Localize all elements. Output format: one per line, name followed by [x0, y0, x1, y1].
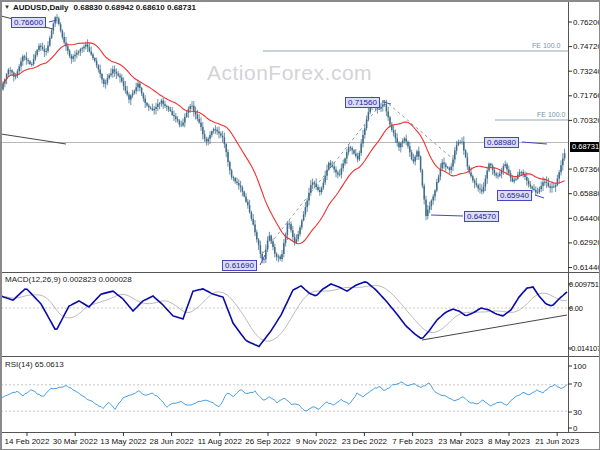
date-axis-label: 9 Nov 2022	[296, 437, 337, 446]
price-axis-label: 0.70320	[573, 116, 600, 125]
rsi-axis-label: 30	[573, 408, 582, 417]
price-annotation[interactable]: 0.64570	[464, 211, 499, 222]
date-axis-label: 14 Feb 2022	[5, 437, 50, 446]
price-annotation[interactable]: 0.76600	[11, 17, 46, 28]
date-axis-label: 8 May 2023	[488, 437, 530, 446]
date-axis-label: 21 Jun 2023	[535, 437, 579, 446]
price-axis-label: 0.71760	[573, 91, 600, 100]
date-axis-label: 28 Jun 2022	[150, 437, 194, 446]
macd-indicator-label: MACD(12,26,9) 0.002823 0.000028	[5, 275, 132, 284]
symbol-label: AUDUSD,Daily	[13, 3, 69, 12]
chart-dropdown-icon[interactable]: ▼	[4, 4, 10, 10]
chart-canvas	[1, 1, 600, 450]
price-axis-label: 0.73240	[573, 67, 600, 76]
date-axis-label: 7 Feb 2023	[392, 437, 432, 446]
price-axis-label: 0.64400	[573, 214, 600, 223]
current-price-badge: 0.68731	[570, 142, 600, 152]
price-axis-label: 0.74720	[573, 42, 600, 51]
rsi-line	[1, 382, 567, 411]
rsi-indicator-label: RSI(14) 65.0613	[5, 360, 64, 369]
chart-window: ActionForex.com ▼AUDUSD,Daily0.68830 0.6…	[0, 0, 600, 450]
macd-axis-label: 0.009751	[569, 280, 599, 289]
date-axis-label: 13 May 2022	[100, 437, 146, 446]
price-annotation[interactable]: 0.71560	[345, 97, 380, 108]
fib-extension-label: FE 100.0	[532, 42, 560, 50]
date-axis-label: 30 Mar 2022	[53, 437, 98, 446]
title-bar: ▼AUDUSD,Daily0.68830 0.68942 0.68610 0.6…	[4, 3, 196, 12]
price-annotation[interactable]: 0.61690	[222, 260, 257, 271]
price-axis-label: 0.76200	[573, 18, 600, 27]
panel-borders	[1, 1, 600, 450]
macd-signal-line	[1, 286, 567, 342]
rsi-axis-label: 100	[573, 362, 586, 371]
macd-main-line	[1, 282, 567, 347]
price-annotation[interactable]: 0.65940	[497, 190, 532, 201]
annotation-connector	[383, 102, 391, 104]
rsi-axis-label: 70	[573, 380, 582, 389]
price-annotation[interactable]: 0.68980	[484, 137, 519, 148]
window-frame	[2, 2, 600, 450]
annotation-connector	[431, 215, 463, 216]
macd-axis-label: -0.014107	[569, 344, 600, 353]
fib-extension-label: FE 100.0	[537, 111, 565, 119]
macd-axis-label: 0.00	[569, 304, 583, 313]
date-axis-label: 23 Mar 2023	[438, 437, 483, 446]
date-axis-label: 23 Dec 2022	[342, 437, 387, 446]
price-axis-label: 0.61440	[573, 263, 600, 272]
annotation-connector	[535, 195, 544, 198]
price-axis-label: 0.62920	[573, 238, 600, 247]
date-axis-label: 26 Sep 2022	[245, 437, 290, 446]
price-axis-label: 0.65880	[573, 189, 600, 198]
date-axis-label: 11 Aug 2022	[198, 437, 242, 446]
ohlc-values: 0.68830 0.68942 0.68610 0.68731	[74, 3, 196, 12]
price-axis-label: 0.67360	[573, 165, 600, 174]
rsi-axis-label: 0	[573, 424, 577, 433]
